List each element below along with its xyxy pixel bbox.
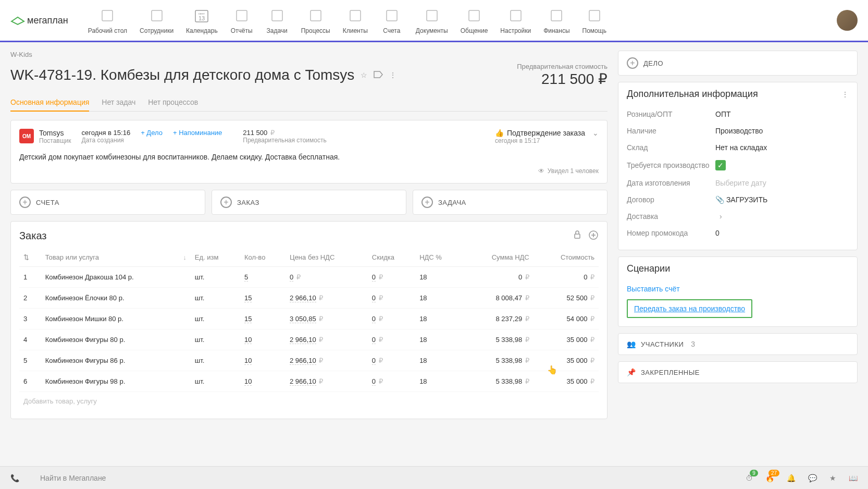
action-задача[interactable]: +ЗАДАЧА xyxy=(413,190,607,215)
add-deal-link[interactable]: + Дело xyxy=(141,129,163,137)
col-header[interactable]: Скидка xyxy=(368,248,415,267)
chevron-right-icon[interactable]: › xyxy=(720,212,722,221)
staff-icon xyxy=(147,6,166,25)
table-row[interactable]: 5Комбинезон Фигуры 86 р.шт.102 966,10 ₽0… xyxy=(19,350,599,371)
breadcrumb[interactable]: W-Kids xyxy=(10,51,607,58)
nav-tasks[interactable]: Задачи xyxy=(262,4,293,36)
user-avatar[interactable] xyxy=(837,10,858,31)
col-header[interactable]: Кол-во xyxy=(240,248,286,267)
nav-chat[interactable]: Общение xyxy=(456,4,492,36)
pinned-section[interactable]: 📌 ЗАКРЕПЛЕННЫЕ xyxy=(618,362,857,383)
table-row[interactable]: 2Комбинезон Ёлочки 80 р.шт.152 966,10 ₽0… xyxy=(19,288,599,309)
more-icon[interactable]: ⋮ xyxy=(841,90,849,99)
info-section-title: Дополнительная информация xyxy=(627,89,836,100)
field-row: Доставка› xyxy=(627,208,849,225)
tasks-icon xyxy=(268,6,287,25)
table-row[interactable]: 4Комбинезон Фигуры 80 р.шт.102 966,10 ₽0… xyxy=(19,329,599,350)
table-row[interactable]: 1Комбинезон Дракоша 104 р.шт.50 ₽0 ₽180 … xyxy=(19,267,599,288)
svg-rect-6 xyxy=(272,10,282,21)
nav-desktop[interactable]: Рабочий стол xyxy=(84,4,131,36)
field-row: Номер промокода0 xyxy=(627,225,849,241)
tab-0[interactable]: Основная информация xyxy=(10,94,89,112)
col-header[interactable]: Цена без НДС xyxy=(286,248,368,267)
table-row[interactable]: 3Комбинезон Мишки 80 р.шт.153 050,85 ₽0 … xyxy=(19,309,599,329)
add-product-link[interactable]: Добавить товар, услугу xyxy=(19,392,599,410)
order-card: Заказ ⇅Товар или услуга ↓Ед. измКол-воЦе… xyxy=(10,221,607,419)
eye-icon: 👁 xyxy=(538,167,544,175)
lock-icon[interactable] xyxy=(573,230,582,242)
scenarios-title: Сценарии xyxy=(627,263,849,274)
col-header[interactable]: Стоимость xyxy=(534,248,599,267)
plus-icon: + xyxy=(220,197,232,208)
supplier-name[interactable]: Tomsys xyxy=(39,129,71,137)
svg-rect-8 xyxy=(350,10,361,21)
tab-2[interactable]: Нет процессов xyxy=(148,94,198,111)
field-row: Розница/ОПТОПТ xyxy=(627,106,849,123)
page-title: WK-4781-19. Комбезы для детского дома с … xyxy=(10,67,354,83)
people-icon: 👥 xyxy=(627,340,636,348)
nav-clients[interactable]: Клиенты xyxy=(339,4,372,36)
cost-value: 211 500 ₽ xyxy=(517,70,607,88)
nav-invoices[interactable]: Счета xyxy=(376,4,407,36)
tag-icon[interactable] xyxy=(374,71,383,80)
nav-staff[interactable]: Сотрудники xyxy=(135,4,178,36)
field-row: Дата изготовленияВыберите дату xyxy=(627,175,849,191)
table-row[interactable]: 6Комбинезон Фигуры 98 р.шт.102 966,10 ₽0… xyxy=(19,371,599,392)
checkbox-icon[interactable]: ✓ xyxy=(715,160,726,170)
status-time: сегодня в 15:17 xyxy=(495,137,599,144)
settings-icon xyxy=(506,6,525,25)
col-header[interactable]: ⇅ xyxy=(19,248,41,267)
chevron-down-icon[interactable]: ⌄ xyxy=(592,129,599,137)
amount-value: 211 500 ₽ xyxy=(243,129,326,137)
participants-section[interactable]: 👥 УЧАСТНИКИ 3 xyxy=(618,334,857,354)
cost-label: Предварительная стоимость xyxy=(517,63,607,70)
processes-icon xyxy=(306,6,325,25)
svg-rect-7 xyxy=(311,10,321,21)
more-icon[interactable]: ⋮ xyxy=(389,71,396,79)
info-card: OM Tomsys Поставщик сегодня в 15:16 Дата… xyxy=(10,120,607,184)
order-table: ⇅Товар или услуга ↓Ед. измКол-воЦена без… xyxy=(19,248,599,392)
logo[interactable]: мегаплан xyxy=(10,15,68,26)
scenario-invoice[interactable]: Выставить счёт xyxy=(627,280,849,297)
tab-1[interactable]: Нет задач xyxy=(102,94,135,111)
nav-processes[interactable]: Процессы xyxy=(297,4,334,36)
status-text[interactable]: Подтверждение заказа xyxy=(507,129,585,137)
plus-icon: + xyxy=(627,57,638,69)
action-заказ[interactable]: +ЗАКАЗ xyxy=(212,190,406,215)
svg-rect-12 xyxy=(511,10,521,21)
svg-rect-15 xyxy=(575,234,580,238)
viewed-info: 👁 Увидел 1 человек xyxy=(19,167,599,175)
svg-rect-0 xyxy=(102,10,113,21)
deal-section[interactable]: + ДЕЛО xyxy=(618,51,857,75)
thumbs-up-icon: 👍 xyxy=(495,129,504,137)
nav-reports[interactable]: Отчёты xyxy=(226,4,257,36)
sort-icon[interactable]: ⇅ xyxy=(23,253,29,261)
nav-help[interactable]: Помощь xyxy=(578,4,611,36)
svg-text:13: 13 xyxy=(199,15,205,21)
action-счета[interactable]: +СЧЕТА xyxy=(10,190,205,215)
supplier-role: Поставщик xyxy=(39,137,71,144)
calendar-icon: сент13 xyxy=(192,6,211,25)
desktop-icon xyxy=(98,6,117,25)
field-row: СкладНет на складах xyxy=(627,139,849,156)
col-header[interactable]: Ед. изм xyxy=(191,248,240,267)
add-icon[interactable] xyxy=(588,230,599,242)
plus-icon: + xyxy=(19,197,31,208)
nav-settings[interactable]: Настройки xyxy=(496,4,535,36)
nav-docs[interactable]: Документы xyxy=(412,4,452,36)
attachment-icon[interactable]: 📎 ЗАГРУЗИТЬ xyxy=(715,195,767,204)
col-header[interactable]: Сумма НДС xyxy=(463,248,534,267)
field-row: НаличиеПроизводство xyxy=(627,123,849,139)
supplier-icon: OM xyxy=(19,129,34,143)
svg-rect-13 xyxy=(551,10,562,21)
col-header[interactable]: НДС % xyxy=(415,248,463,267)
finance-icon xyxy=(547,6,566,25)
nav-calendar[interactable]: сент13Календарь xyxy=(182,4,222,36)
col-header[interactable]: Товар или услуга ↓ xyxy=(41,248,191,267)
scenario-production[interactable]: Передать заказ на производство xyxy=(627,299,752,318)
sort-icon[interactable]: ↓ xyxy=(183,253,187,261)
top-navigation: мегаплан Рабочий столСотрудникисент13Кал… xyxy=(0,0,868,42)
nav-finance[interactable]: Финансы xyxy=(539,4,574,36)
star-icon[interactable]: ☆ xyxy=(361,71,367,79)
add-reminder-link[interactable]: + Напоминание xyxy=(173,129,222,137)
